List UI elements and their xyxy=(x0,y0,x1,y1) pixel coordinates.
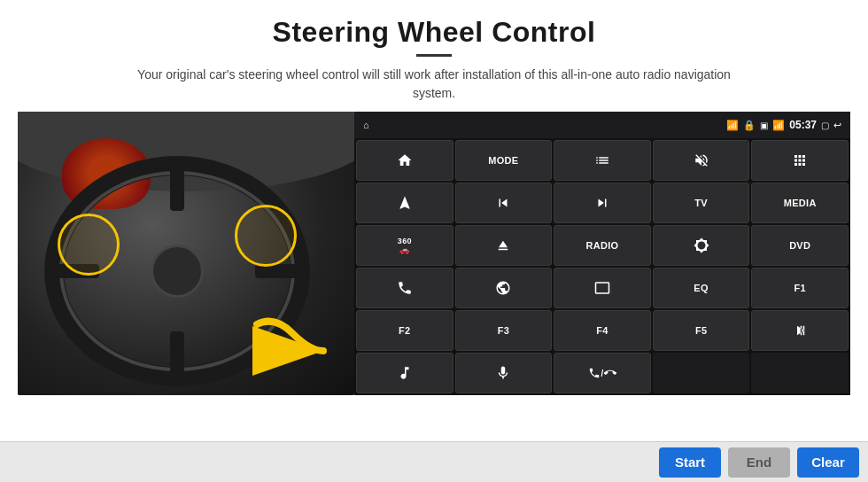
btn-prev[interactable] xyxy=(455,183,553,223)
content-section: ⌂ 📶 🔒 ▣ 📶 05:37 ▢ ↩ xyxy=(0,112,868,441)
btn-radio[interactable]: RADIO xyxy=(554,225,651,266)
btn-mute[interactable] xyxy=(653,140,750,181)
control-panel: ⌂ 📶 🔒 ▣ 📶 05:37 ▢ ↩ xyxy=(354,112,850,395)
btn-list[interactable] xyxy=(554,140,651,181)
btn-brightness[interactable] xyxy=(653,225,750,266)
btn-f2[interactable]: F2 xyxy=(356,310,453,351)
window-icon: ▢ xyxy=(821,120,829,130)
btn-360cam[interactable]: 360🚗 xyxy=(356,225,453,266)
btn-playpause[interactable] xyxy=(751,310,849,351)
lock-icon: 🔒 xyxy=(743,120,756,131)
btn-music[interactable] xyxy=(356,353,453,393)
title-divider xyxy=(416,54,452,57)
btn-empty-1 xyxy=(653,353,750,393)
btn-f3[interactable]: F3 xyxy=(455,310,553,351)
back-icon: ↩ xyxy=(833,120,841,131)
btn-next[interactable] xyxy=(554,183,651,223)
page-wrapper: Steering Wheel Control Your original car… xyxy=(0,0,868,482)
btn-browse[interactable] xyxy=(455,268,553,308)
spoke-bottom xyxy=(170,331,184,385)
sim-icon: ▣ xyxy=(760,120,768,130)
btn-empty-2 xyxy=(751,353,849,393)
highlight-circle-right xyxy=(235,205,297,267)
btn-f5[interactable]: F5 xyxy=(653,310,750,351)
action-bar: Start End Clear xyxy=(0,441,868,482)
clear-button[interactable]: Clear xyxy=(797,447,859,478)
button-grid: MODE TV xyxy=(354,138,850,395)
home-status-icon: ⌂ xyxy=(363,120,369,130)
btn-mode[interactable]: MODE xyxy=(455,140,553,181)
steering-hub xyxy=(151,245,204,298)
btn-eq[interactable]: EQ xyxy=(653,268,750,308)
page-subtitle: Your original car's steering wheel contr… xyxy=(124,66,744,103)
btn-mic[interactable] xyxy=(455,353,553,393)
page-title: Steering Wheel Control xyxy=(35,16,833,49)
btn-media[interactable]: MEDIA xyxy=(751,183,849,223)
car-image xyxy=(18,112,354,395)
btn-phone[interactable] xyxy=(356,268,453,308)
btn-home[interactable] xyxy=(356,140,453,181)
arrow-icon xyxy=(248,307,337,377)
btn-navigate[interactable] xyxy=(356,183,453,223)
arrow-container xyxy=(248,307,337,377)
btn-eject[interactable] xyxy=(455,225,553,266)
header-section: Steering Wheel Control Your original car… xyxy=(0,0,868,112)
bluetooth-icon: 📶 xyxy=(772,120,785,131)
btn-f4[interactable]: F4 xyxy=(554,310,651,351)
btn-dvd[interactable]: DVD xyxy=(751,225,849,266)
btn-call[interactable]: / xyxy=(554,353,651,393)
btn-window[interactable] xyxy=(554,268,651,308)
status-bar: ⌂ 📶 🔒 ▣ 📶 05:37 ▢ ↩ xyxy=(354,112,850,138)
start-button[interactable]: Start xyxy=(659,447,721,478)
steering-wheel-bg xyxy=(18,112,354,395)
end-button[interactable]: End xyxy=(728,447,790,478)
status-left: ⌂ xyxy=(363,120,369,130)
btn-apps[interactable] xyxy=(751,140,849,181)
btn-f1[interactable]: F1 xyxy=(751,268,849,308)
wifi-icon: 📶 xyxy=(726,120,739,131)
spoke-top xyxy=(170,158,184,211)
btn-tv[interactable]: TV xyxy=(653,183,750,223)
status-time: 05:37 xyxy=(789,119,817,131)
status-right: 📶 🔒 ▣ 📶 05:37 ▢ ↩ xyxy=(726,119,841,131)
highlight-circle-left xyxy=(58,214,120,276)
